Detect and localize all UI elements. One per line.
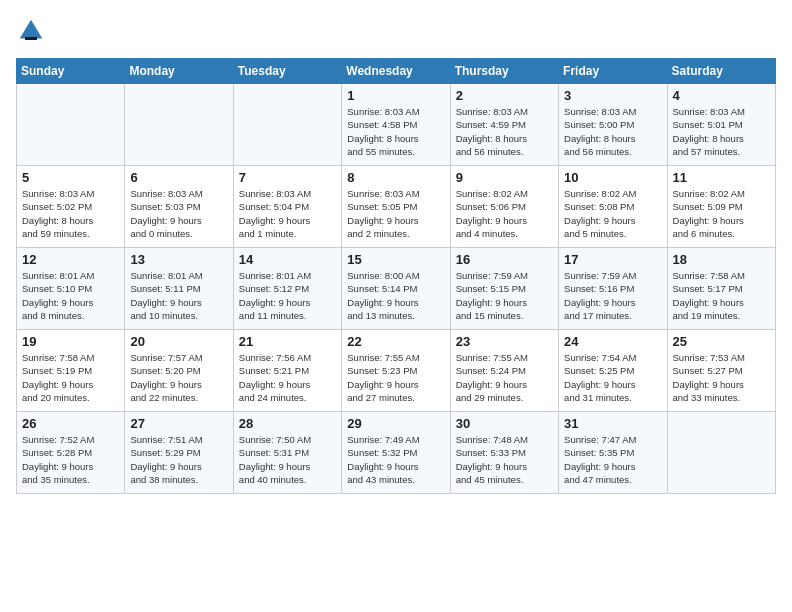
day-number: 10 <box>564 170 661 185</box>
day-number: 7 <box>239 170 336 185</box>
day-info: Sunrise: 8:03 AM Sunset: 4:59 PM Dayligh… <box>456 105 553 158</box>
calendar-cell: 7Sunrise: 8:03 AM Sunset: 5:04 PM Daylig… <box>233 166 341 248</box>
day-number: 25 <box>673 334 770 349</box>
calendar-cell: 18Sunrise: 7:58 AM Sunset: 5:17 PM Dayli… <box>667 248 775 330</box>
day-info: Sunrise: 7:59 AM Sunset: 5:15 PM Dayligh… <box>456 269 553 322</box>
day-info: Sunrise: 7:57 AM Sunset: 5:20 PM Dayligh… <box>130 351 227 404</box>
weekday-header-tuesday: Tuesday <box>233 59 341 84</box>
day-info: Sunrise: 8:01 AM Sunset: 5:12 PM Dayligh… <box>239 269 336 322</box>
calendar-cell: 4Sunrise: 8:03 AM Sunset: 5:01 PM Daylig… <box>667 84 775 166</box>
day-info: Sunrise: 7:50 AM Sunset: 5:31 PM Dayligh… <box>239 433 336 486</box>
logo <box>16 16 50 46</box>
calendar-cell: 24Sunrise: 7:54 AM Sunset: 5:25 PM Dayli… <box>559 330 667 412</box>
calendar-cell <box>667 412 775 494</box>
calendar-cell: 26Sunrise: 7:52 AM Sunset: 5:28 PM Dayli… <box>17 412 125 494</box>
calendar-cell: 19Sunrise: 7:58 AM Sunset: 5:19 PM Dayli… <box>17 330 125 412</box>
calendar-cell: 13Sunrise: 8:01 AM Sunset: 5:11 PM Dayli… <box>125 248 233 330</box>
calendar-cell: 31Sunrise: 7:47 AM Sunset: 5:35 PM Dayli… <box>559 412 667 494</box>
day-info: Sunrise: 8:03 AM Sunset: 5:03 PM Dayligh… <box>130 187 227 240</box>
day-info: Sunrise: 8:03 AM Sunset: 5:04 PM Dayligh… <box>239 187 336 240</box>
calendar-cell <box>233 84 341 166</box>
day-info: Sunrise: 7:51 AM Sunset: 5:29 PM Dayligh… <box>130 433 227 486</box>
day-info: Sunrise: 8:02 AM Sunset: 5:06 PM Dayligh… <box>456 187 553 240</box>
day-number: 27 <box>130 416 227 431</box>
day-info: Sunrise: 7:53 AM Sunset: 5:27 PM Dayligh… <box>673 351 770 404</box>
day-number: 13 <box>130 252 227 267</box>
calendar-cell: 29Sunrise: 7:49 AM Sunset: 5:32 PM Dayli… <box>342 412 450 494</box>
weekday-header-wednesday: Wednesday <box>342 59 450 84</box>
day-info: Sunrise: 8:00 AM Sunset: 5:14 PM Dayligh… <box>347 269 444 322</box>
calendar-cell: 16Sunrise: 7:59 AM Sunset: 5:15 PM Dayli… <box>450 248 558 330</box>
day-info: Sunrise: 7:47 AM Sunset: 5:35 PM Dayligh… <box>564 433 661 486</box>
weekday-header-thursday: Thursday <box>450 59 558 84</box>
day-info: Sunrise: 7:55 AM Sunset: 5:23 PM Dayligh… <box>347 351 444 404</box>
weekday-header-monday: Monday <box>125 59 233 84</box>
calendar-cell: 11Sunrise: 8:02 AM Sunset: 5:09 PM Dayli… <box>667 166 775 248</box>
week-row-5: 26Sunrise: 7:52 AM Sunset: 5:28 PM Dayli… <box>17 412 776 494</box>
svg-rect-1 <box>25 37 37 40</box>
day-number: 8 <box>347 170 444 185</box>
day-number: 21 <box>239 334 336 349</box>
calendar-cell: 28Sunrise: 7:50 AM Sunset: 5:31 PM Dayli… <box>233 412 341 494</box>
calendar-cell: 3Sunrise: 8:03 AM Sunset: 5:00 PM Daylig… <box>559 84 667 166</box>
day-number: 31 <box>564 416 661 431</box>
calendar-cell: 9Sunrise: 8:02 AM Sunset: 5:06 PM Daylig… <box>450 166 558 248</box>
calendar-cell: 14Sunrise: 8:01 AM Sunset: 5:12 PM Dayli… <box>233 248 341 330</box>
day-number: 5 <box>22 170 119 185</box>
day-info: Sunrise: 7:56 AM Sunset: 5:21 PM Dayligh… <box>239 351 336 404</box>
day-info: Sunrise: 8:03 AM Sunset: 5:02 PM Dayligh… <box>22 187 119 240</box>
day-number: 3 <box>564 88 661 103</box>
weekday-header-saturday: Saturday <box>667 59 775 84</box>
calendar-cell: 5Sunrise: 8:03 AM Sunset: 5:02 PM Daylig… <box>17 166 125 248</box>
day-number: 23 <box>456 334 553 349</box>
day-number: 4 <box>673 88 770 103</box>
svg-marker-0 <box>20 20 43 39</box>
weekday-header-sunday: Sunday <box>17 59 125 84</box>
calendar-cell: 15Sunrise: 8:00 AM Sunset: 5:14 PM Dayli… <box>342 248 450 330</box>
day-info: Sunrise: 7:52 AM Sunset: 5:28 PM Dayligh… <box>22 433 119 486</box>
day-info: Sunrise: 8:02 AM Sunset: 5:08 PM Dayligh… <box>564 187 661 240</box>
day-number: 11 <box>673 170 770 185</box>
calendar-cell: 20Sunrise: 7:57 AM Sunset: 5:20 PM Dayli… <box>125 330 233 412</box>
day-number: 24 <box>564 334 661 349</box>
calendar-cell: 23Sunrise: 7:55 AM Sunset: 5:24 PM Dayli… <box>450 330 558 412</box>
calendar-cell: 8Sunrise: 8:03 AM Sunset: 5:05 PM Daylig… <box>342 166 450 248</box>
day-number: 16 <box>456 252 553 267</box>
day-info: Sunrise: 7:48 AM Sunset: 5:33 PM Dayligh… <box>456 433 553 486</box>
page-header <box>16 16 776 46</box>
day-info: Sunrise: 7:59 AM Sunset: 5:16 PM Dayligh… <box>564 269 661 322</box>
calendar-cell: 10Sunrise: 8:02 AM Sunset: 5:08 PM Dayli… <box>559 166 667 248</box>
day-info: Sunrise: 8:03 AM Sunset: 4:58 PM Dayligh… <box>347 105 444 158</box>
calendar-cell: 22Sunrise: 7:55 AM Sunset: 5:23 PM Dayli… <box>342 330 450 412</box>
day-info: Sunrise: 7:54 AM Sunset: 5:25 PM Dayligh… <box>564 351 661 404</box>
day-number: 6 <box>130 170 227 185</box>
week-row-4: 19Sunrise: 7:58 AM Sunset: 5:19 PM Dayli… <box>17 330 776 412</box>
calendar-cell: 1Sunrise: 8:03 AM Sunset: 4:58 PM Daylig… <box>342 84 450 166</box>
logo-icon <box>16 16 46 46</box>
day-number: 30 <box>456 416 553 431</box>
day-number: 2 <box>456 88 553 103</box>
week-row-3: 12Sunrise: 8:01 AM Sunset: 5:10 PM Dayli… <box>17 248 776 330</box>
day-info: Sunrise: 8:03 AM Sunset: 5:05 PM Dayligh… <box>347 187 444 240</box>
day-number: 1 <box>347 88 444 103</box>
calendar-cell: 21Sunrise: 7:56 AM Sunset: 5:21 PM Dayli… <box>233 330 341 412</box>
calendar-cell: 27Sunrise: 7:51 AM Sunset: 5:29 PM Dayli… <box>125 412 233 494</box>
day-number: 19 <box>22 334 119 349</box>
day-number: 14 <box>239 252 336 267</box>
day-info: Sunrise: 8:01 AM Sunset: 5:11 PM Dayligh… <box>130 269 227 322</box>
weekday-header-row: SundayMondayTuesdayWednesdayThursdayFrid… <box>17 59 776 84</box>
calendar-cell: 2Sunrise: 8:03 AM Sunset: 4:59 PM Daylig… <box>450 84 558 166</box>
day-number: 28 <box>239 416 336 431</box>
week-row-1: 1Sunrise: 8:03 AM Sunset: 4:58 PM Daylig… <box>17 84 776 166</box>
day-info: Sunrise: 7:55 AM Sunset: 5:24 PM Dayligh… <box>456 351 553 404</box>
day-number: 9 <box>456 170 553 185</box>
day-number: 18 <box>673 252 770 267</box>
calendar-cell: 30Sunrise: 7:48 AM Sunset: 5:33 PM Dayli… <box>450 412 558 494</box>
calendar-cell: 6Sunrise: 8:03 AM Sunset: 5:03 PM Daylig… <box>125 166 233 248</box>
week-row-2: 5Sunrise: 8:03 AM Sunset: 5:02 PM Daylig… <box>17 166 776 248</box>
day-number: 12 <box>22 252 119 267</box>
day-number: 17 <box>564 252 661 267</box>
day-info: Sunrise: 7:49 AM Sunset: 5:32 PM Dayligh… <box>347 433 444 486</box>
calendar-cell: 12Sunrise: 8:01 AM Sunset: 5:10 PM Dayli… <box>17 248 125 330</box>
day-info: Sunrise: 7:58 AM Sunset: 5:19 PM Dayligh… <box>22 351 119 404</box>
